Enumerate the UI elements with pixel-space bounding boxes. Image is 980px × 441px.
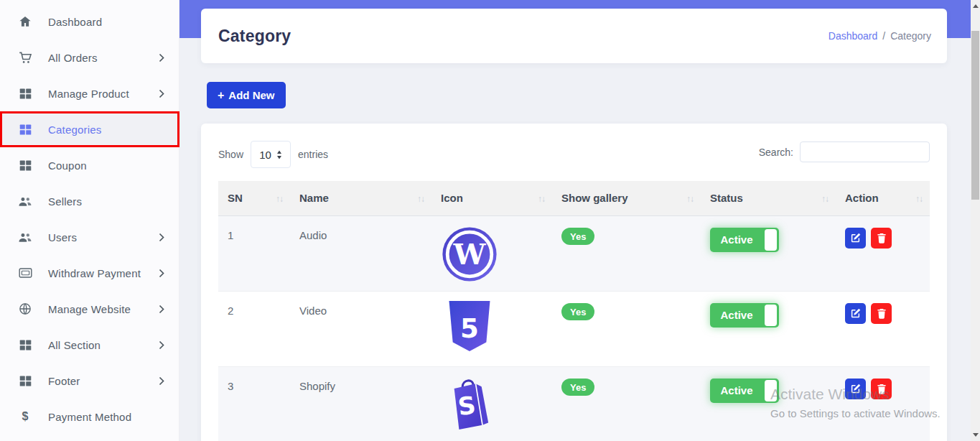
sidebar-item-users[interactable]: Users [0,219,179,255]
page-size-control: Show 10 entries [218,141,328,168]
html5-logo: 5 [447,301,492,351]
sidebar-item-label: Withdraw Payment [48,267,159,279]
sn-cell: 2 [218,291,290,366]
toggle-knob [765,305,777,326]
toggle-knob [765,380,777,401]
table-controls: Show 10 entries Search: [218,141,930,168]
scroll-up-arrow[interactable] [973,4,979,8]
chevron-right-icon [159,89,164,98]
vertical-scrollbar[interactable] [971,0,980,441]
sidebar-item-label: Manage Website [48,303,159,315]
sort-icon[interactable]: ↑↓ [538,194,545,204]
column-header-action[interactable]: ↑↓Action [836,181,930,215]
sort-icon[interactable]: ↑↓ [915,194,923,204]
edit-button[interactable] [845,379,866,399]
chevron-right-icon [159,376,164,386]
table-header-row: ↑↓SN ↑↓Name ↑↓Icon ↑↓Show gallery ↑↓Stat… [218,181,930,215]
sort-icon[interactable]: ↑↓ [686,194,694,204]
status-toggle[interactable]: Active [710,379,779,403]
sidebar-item-label: All Section [48,339,159,351]
chevron-right-icon [159,305,164,314]
show-label: Show [218,149,243,160]
column-header-name[interactable]: ↑↓Name [290,181,431,215]
table-row: 1 Audio W Yes Active [218,215,930,291]
edit-button[interactable] [845,303,866,324]
edit-button[interactable] [845,228,866,249]
category-table-card: Show 10 entries Search: ↑↓SN ↑↓Name ↑↓Ic… [201,124,947,441]
sidebar-item-dashboard[interactable]: Dashboard [0,4,179,40]
column-header-status[interactable]: ↑↓Status [701,181,836,215]
action-cell [836,366,930,441]
sidebar-item-label: Manage Product [48,88,159,100]
scrollbar-thumb[interactable] [971,31,979,200]
name-cell: Audio [290,215,431,291]
sidebar-item-all-orders[interactable]: All Orders [0,40,179,75]
status-cell: Active [701,291,836,366]
sidebar-item-label: Coupon [48,159,164,172]
globe-icon [17,302,33,315]
status-cell: Active [701,366,836,441]
sidebar-item-sellers[interactable]: Sellers [0,183,179,219]
sidebar-item-manage-website[interactable]: Manage Website [0,291,179,327]
page-size-select[interactable]: 10 [251,141,291,168]
sidebar-item-payment-method[interactable]: $ Payment Method [0,399,179,435]
add-new-label: Add New [228,89,274,101]
select-arrows-icon [276,150,282,159]
search-input[interactable] [800,141,930,162]
delete-button[interactable] [871,379,892,399]
svg-text:S: S [457,391,477,421]
edit-icon [850,233,861,243]
name-cell: Shopify [290,366,431,441]
sidebar-item-all-section[interactable]: All Section [0,327,179,363]
sn-cell: 3 [218,366,290,441]
column-header-icon[interactable]: ↑↓Icon [431,181,552,215]
table-row: 2 Video 5 Yes Active [218,291,930,366]
shopify-logo: S [444,376,493,431]
status-toggle[interactable]: Active [710,228,779,252]
column-header-sn[interactable]: ↑↓SN [218,181,290,215]
page-header-card: Category Dashboard / Category [201,9,947,63]
trash-icon [877,308,887,319]
sidebar-item-coupon[interactable]: Coupon [0,147,179,183]
add-new-button[interactable]: + Add New [207,82,286,108]
sidebar-item-withdraw-payment[interactable]: Withdraw Payment [0,255,179,291]
grid-icon [17,339,33,351]
status-badge: Yes [561,228,594,245]
sort-icon[interactable]: ↑↓ [276,194,283,204]
toggle-knob [765,229,777,251]
sort-icon[interactable]: ↑↓ [821,194,829,204]
breadcrumb-dashboard-link[interactable]: Dashboard [829,30,878,42]
column-header-show-gallery[interactable]: ↑↓Show gallery [552,181,701,215]
sidebar-item-label: Sellers [48,195,164,208]
breadcrumb-current: Category [890,30,931,42]
cash-icon [17,267,33,279]
icon-cell: S [431,366,552,441]
category-table: ↑↓SN ↑↓Name ↑↓Icon ↑↓Show gallery ↑↓Stat… [218,181,930,441]
page-size-value: 10 [259,149,271,161]
delete-button[interactable] [871,303,892,324]
edit-icon [850,308,861,319]
show-gallery-cell: Yes [552,291,701,366]
sidebar-item-label: Dashboard [48,16,164,28]
breadcrumb: Dashboard / Category [829,30,931,42]
sidebar-item-manage-product[interactable]: Manage Product [0,75,179,111]
grid-icon [17,88,33,100]
delete-button[interactable] [871,228,892,249]
sort-icon[interactable]: ↑↓ [417,194,424,204]
status-cell: Active [701,215,836,291]
chevron-right-icon [159,233,164,242]
entries-label: entries [298,149,328,160]
grid-icon [17,124,33,136]
status-toggle[interactable]: Active [710,303,779,328]
status-badge: Yes [561,303,594,320]
sidebar: Dashboard All Orders Manage Product Cate… [0,0,179,441]
scroll-down-arrow[interactable] [973,433,979,437]
sidebar-item-label: Payment Method [48,411,164,423]
grid-icon [17,375,33,387]
cart-icon [17,51,33,65]
users-icon [17,195,33,208]
sidebar-item-categories[interactable]: Categories [0,111,179,147]
sidebar-item-footer[interactable]: Footer [0,363,179,399]
users-icon [17,231,33,243]
show-gallery-cell: Yes [552,215,701,291]
